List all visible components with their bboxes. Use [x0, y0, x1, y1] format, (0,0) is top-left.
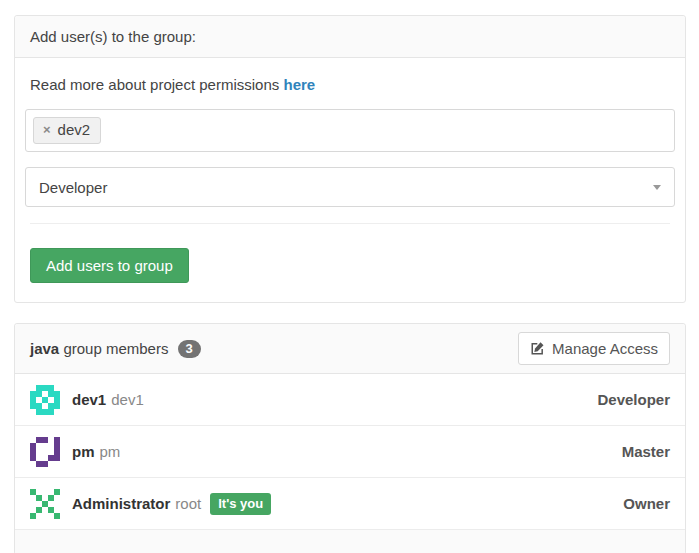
role-select[interactable]: Developer — [25, 167, 675, 207]
member-row: pm pm Master — [15, 426, 685, 478]
member-username: dev1 — [111, 391, 144, 408]
member-row: dev1 dev1 Developer — [15, 374, 685, 426]
user-token-label: dev2 — [58, 121, 91, 139]
group-members-title-text: group members — [63, 340, 168, 357]
member-role: Master — [622, 443, 670, 460]
permissions-here-link[interactable]: here — [283, 76, 315, 93]
group-members-footer — [15, 530, 685, 553]
member-role: Developer — [597, 391, 670, 408]
manage-access-label: Manage Access — [552, 340, 658, 357]
member-name[interactable]: dev1 — [72, 391, 106, 408]
avatar — [30, 437, 60, 467]
member-username: root — [175, 495, 201, 512]
member-name[interactable]: Administrator — [72, 495, 170, 512]
member-username: pm — [100, 443, 121, 460]
group-members-panel: java group members 3 Manage Access dev1 … — [14, 323, 686, 553]
group-name: java — [30, 340, 59, 357]
member-name[interactable]: pm — [72, 443, 95, 460]
permissions-note-text: Read more about project permissions — [30, 76, 279, 93]
add-users-button[interactable]: Add users to group — [30, 248, 189, 283]
avatar — [30, 489, 60, 519]
form-divider — [30, 223, 670, 224]
manage-access-button[interactable]: Manage Access — [518, 332, 670, 365]
member-count-badge: 3 — [178, 340, 201, 358]
remove-token-icon[interactable]: × — [43, 121, 51, 139]
add-users-panel-title: Add user(s) to the group: — [15, 16, 685, 58]
users-select-input[interactable]: × dev2 — [25, 109, 675, 152]
chevron-down-icon — [653, 185, 661, 190]
group-members-title: java group members 3 — [30, 340, 201, 358]
user-token: × dev2 — [33, 117, 101, 144]
add-users-panel: Add user(s) to the group: Read more abou… — [14, 15, 686, 303]
add-users-form: Read more about project permissions here… — [15, 58, 685, 302]
group-members-header: java group members 3 Manage Access — [15, 324, 685, 374]
its-you-badge: It's you — [210, 493, 271, 515]
edit-pencil-icon — [530, 341, 545, 356]
page: Add user(s) to the group: Read more abou… — [0, 0, 699, 553]
permissions-note: Read more about project permissions here — [30, 76, 670, 93]
member-row: Administrator root It's you Owner — [15, 478, 685, 530]
role-select-value: Developer — [39, 179, 107, 196]
avatar — [30, 385, 60, 415]
member-role: Owner — [623, 495, 670, 512]
